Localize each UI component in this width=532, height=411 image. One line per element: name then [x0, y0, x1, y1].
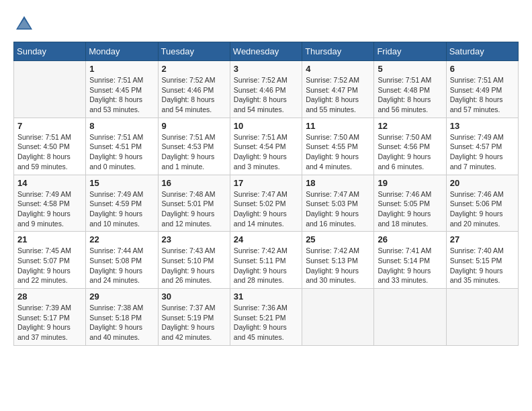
day-number: 20 — [450, 178, 515, 188]
calendar-cell: 26Sunrise: 7:41 AMSunset: 5:14 PMDayligh… — [374, 232, 446, 289]
day-info: Sunrise: 7:44 AMSunset: 5:08 PMDaylight:… — [89, 246, 154, 285]
day-number: 4 — [306, 64, 370, 74]
day-info: Sunrise: 7:47 AMSunset: 5:02 PMDaylight:… — [234, 189, 298, 229]
day-info: Sunrise: 7:51 AMSunset: 4:50 PMDaylight:… — [17, 132, 82, 172]
day-number: 9 — [162, 121, 226, 131]
day-info: Sunrise: 7:46 AMSunset: 5:06 PMDaylight:… — [450, 189, 515, 229]
day-header-tuesday: Tuesday — [158, 42, 230, 61]
day-number: 22 — [89, 234, 154, 244]
day-info: Sunrise: 7:51 AMSunset: 4:45 PMDaylight:… — [89, 75, 154, 115]
day-number: 15 — [89, 178, 154, 188]
day-header-saturday: Saturday — [446, 42, 518, 61]
day-number: 16 — [162, 178, 226, 188]
day-header-thursday: Thursday — [302, 42, 374, 61]
day-info: Sunrise: 7:51 AMSunset: 4:51 PMDaylight:… — [89, 132, 154, 172]
day-info: Sunrise: 7:50 AMSunset: 4:55 PMDaylight:… — [306, 132, 370, 172]
day-info: Sunrise: 7:37 AMSunset: 5:19 PMDaylight:… — [162, 303, 226, 342]
day-info: Sunrise: 7:36 AMSunset: 5:21 PMDaylight:… — [234, 303, 298, 342]
day-header-wednesday: Wednesday — [230, 42, 302, 61]
calendar-cell: 18Sunrise: 7:47 AMSunset: 5:03 PMDayligh… — [302, 175, 374, 232]
calendar-cell: 10Sunrise: 7:51 AMSunset: 4:54 PMDayligh… — [230, 118, 302, 175]
day-info: Sunrise: 7:49 AMSunset: 4:58 PMDaylight:… — [17, 189, 82, 229]
calendar-cell — [374, 289, 446, 346]
calendar-week-3: 21Sunrise: 7:45 AMSunset: 5:07 PMDayligh… — [14, 232, 519, 289]
day-info: Sunrise: 7:50 AMSunset: 4:56 PMDaylight:… — [378, 132, 442, 172]
calendar-cell: 30Sunrise: 7:37 AMSunset: 5:19 PMDayligh… — [158, 289, 230, 346]
page-header — [13, 13, 519, 35]
day-info: Sunrise: 7:40 AMSunset: 5:15 PMDaylight:… — [450, 246, 515, 285]
day-number: 19 — [378, 178, 442, 188]
day-number: 2 — [162, 64, 226, 74]
day-info: Sunrise: 7:45 AMSunset: 5:07 PMDaylight:… — [17, 246, 82, 285]
day-info: Sunrise: 7:38 AMSunset: 5:18 PMDaylight:… — [89, 303, 154, 342]
day-number: 6 — [450, 64, 515, 74]
logo — [13, 13, 38, 35]
calendar-cell: 23Sunrise: 7:43 AMSunset: 5:10 PMDayligh… — [158, 232, 230, 289]
day-info: Sunrise: 7:51 AMSunset: 4:49 PMDaylight:… — [450, 75, 515, 115]
calendar-cell: 8Sunrise: 7:51 AMSunset: 4:51 PMDaylight… — [86, 118, 158, 175]
day-number: 30 — [162, 291, 226, 302]
day-number: 1 — [89, 64, 154, 74]
day-number: 28 — [17, 291, 82, 302]
day-number: 3 — [234, 64, 298, 74]
calendar-cell: 24Sunrise: 7:42 AMSunset: 5:11 PMDayligh… — [230, 232, 302, 289]
day-number: 14 — [17, 178, 82, 188]
day-info: Sunrise: 7:42 AMSunset: 5:11 PMDaylight:… — [234, 246, 298, 285]
calendar-cell: 21Sunrise: 7:45 AMSunset: 5:07 PMDayligh… — [14, 232, 86, 289]
calendar-cell: 2Sunrise: 7:52 AMSunset: 4:46 PMDaylight… — [158, 61, 230, 118]
day-info: Sunrise: 7:49 AMSunset: 4:57 PMDaylight:… — [450, 132, 515, 172]
calendar-cell: 15Sunrise: 7:49 AMSunset: 4:59 PMDayligh… — [86, 175, 158, 232]
calendar-cell: 28Sunrise: 7:39 AMSunset: 5:17 PMDayligh… — [14, 289, 86, 346]
day-info: Sunrise: 7:47 AMSunset: 5:03 PMDaylight:… — [306, 189, 370, 229]
day-info: Sunrise: 7:51 AMSunset: 4:54 PMDaylight:… — [234, 132, 298, 172]
calendar-cell: 11Sunrise: 7:50 AMSunset: 4:55 PMDayligh… — [302, 118, 374, 175]
day-info: Sunrise: 7:42 AMSunset: 5:13 PMDaylight:… — [306, 246, 370, 285]
day-number: 18 — [306, 178, 370, 188]
day-number: 23 — [162, 234, 226, 244]
day-header-friday: Friday — [374, 42, 446, 61]
calendar-cell: 6Sunrise: 7:51 AMSunset: 4:49 PMDaylight… — [446, 61, 518, 118]
day-info: Sunrise: 7:39 AMSunset: 5:17 PMDaylight:… — [17, 303, 82, 342]
day-header-sunday: Sunday — [14, 42, 86, 61]
day-number: 10 — [234, 121, 298, 131]
calendar-cell: 9Sunrise: 7:51 AMSunset: 4:53 PMDaylight… — [158, 118, 230, 175]
day-number: 12 — [378, 121, 442, 131]
day-number: 26 — [378, 234, 442, 244]
day-number: 27 — [450, 234, 515, 244]
calendar-cell — [14, 61, 86, 118]
calendar-cell: 1Sunrise: 7:51 AMSunset: 4:45 PMDaylight… — [86, 61, 158, 118]
day-info: Sunrise: 7:46 AMSunset: 5:05 PMDaylight:… — [378, 189, 442, 229]
day-number: 24 — [234, 234, 298, 244]
calendar-cell: 13Sunrise: 7:49 AMSunset: 4:57 PMDayligh… — [446, 118, 518, 175]
day-number: 8 — [89, 121, 154, 131]
calendar-header-row: SundayMondayTuesdayWednesdayThursdayFrid… — [14, 42, 519, 61]
day-number: 25 — [306, 234, 370, 244]
day-info: Sunrise: 7:41 AMSunset: 5:14 PMDaylight:… — [378, 246, 442, 285]
calendar-cell: 4Sunrise: 7:52 AMSunset: 4:47 PMDaylight… — [302, 61, 374, 118]
day-number: 13 — [450, 121, 515, 131]
day-info: Sunrise: 7:49 AMSunset: 4:59 PMDaylight:… — [89, 189, 154, 229]
logo-icon — [13, 13, 35, 35]
day-info: Sunrise: 7:52 AMSunset: 4:46 PMDaylight:… — [162, 75, 226, 115]
calendar-week-1: 7Sunrise: 7:51 AMSunset: 4:50 PMDaylight… — [14, 118, 519, 175]
day-number: 29 — [89, 291, 154, 302]
day-number: 21 — [17, 234, 82, 244]
calendar-week-2: 14Sunrise: 7:49 AMSunset: 4:58 PMDayligh… — [14, 175, 519, 232]
calendar-week-0: 1Sunrise: 7:51 AMSunset: 4:45 PMDaylight… — [14, 61, 519, 118]
day-number: 31 — [234, 291, 298, 302]
calendar-cell — [446, 289, 518, 346]
day-number: 7 — [17, 121, 82, 131]
calendar-week-4: 28Sunrise: 7:39 AMSunset: 5:17 PMDayligh… — [14, 289, 519, 346]
calendar-cell: 7Sunrise: 7:51 AMSunset: 4:50 PMDaylight… — [14, 118, 86, 175]
calendar-cell: 3Sunrise: 7:52 AMSunset: 4:46 PMDaylight… — [230, 61, 302, 118]
calendar-cell: 31Sunrise: 7:36 AMSunset: 5:21 PMDayligh… — [230, 289, 302, 346]
calendar-cell: 27Sunrise: 7:40 AMSunset: 5:15 PMDayligh… — [446, 232, 518, 289]
calendar-cell: 14Sunrise: 7:49 AMSunset: 4:58 PMDayligh… — [14, 175, 86, 232]
day-info: Sunrise: 7:51 AMSunset: 4:48 PMDaylight:… — [378, 75, 442, 115]
day-number: 11 — [306, 121, 370, 131]
calendar-cell: 20Sunrise: 7:46 AMSunset: 5:06 PMDayligh… — [446, 175, 518, 232]
calendar-cell: 25Sunrise: 7:42 AMSunset: 5:13 PMDayligh… — [302, 232, 374, 289]
day-info: Sunrise: 7:52 AMSunset: 4:47 PMDaylight:… — [306, 75, 370, 115]
calendar-table: SundayMondayTuesdayWednesdayThursdayFrid… — [13, 42, 519, 346]
day-header-monday: Monday — [86, 42, 158, 61]
